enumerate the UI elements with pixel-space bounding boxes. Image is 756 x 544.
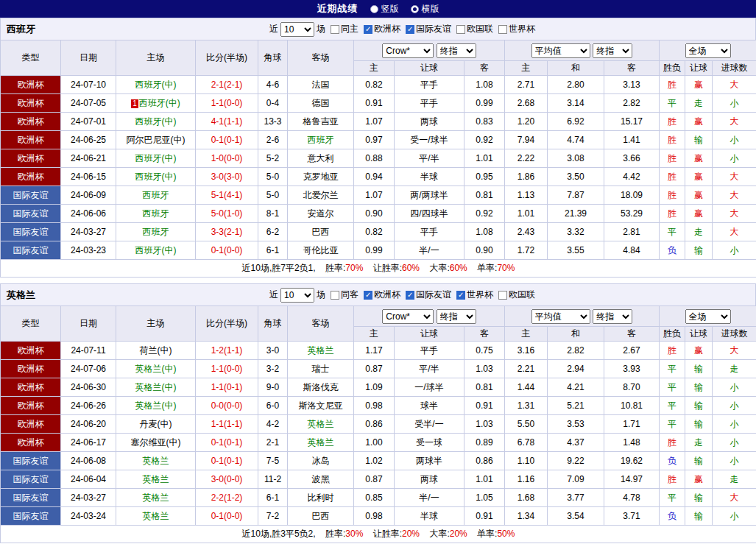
score[interactable]: 3-0(0-0) <box>196 470 258 489</box>
score[interactable]: 5-1(4-1) <box>196 186 258 205</box>
checkbox-icon[interactable] <box>406 25 414 34</box>
home-team[interactable]: 西班牙 <box>143 208 169 219</box>
home-team[interactable]: 西班牙(中) <box>135 245 177 255</box>
checkbox-label: 世界杯 <box>509 23 535 35</box>
home-team[interactable]: 英格兰(中) <box>135 400 177 411</box>
home-team[interactable]: 英格兰 <box>143 456 169 466</box>
away-team[interactable]: 安道尔 <box>308 208 334 219</box>
away-team[interactable]: 法国 <box>312 80 330 90</box>
home-team[interactable]: 西班牙(中) <box>139 98 180 108</box>
checkbox-icon[interactable] <box>498 291 507 300</box>
filter-checkbox-nations-league[interactable]: 欧国联 <box>498 289 535 301</box>
score[interactable]: 0-1(0-0) <box>196 507 258 526</box>
checkbox-icon[interactable] <box>406 291 414 300</box>
score[interactable]: 5-0(1-0) <box>196 205 258 223</box>
score[interactable]: 0-1(0-1) <box>196 131 258 149</box>
home-team[interactable]: 塞尔维亚(中) <box>131 437 181 448</box>
away-team[interactable]: 斯洛文尼亚 <box>299 400 343 411</box>
away-team[interactable]: 英格兰 <box>308 345 334 356</box>
score[interactable]: 2-2(1-2) <box>196 489 258 507</box>
recent-count-select[interactable]: 10 <box>280 288 314 303</box>
score[interactable]: 4-1(1-1) <box>196 113 258 131</box>
checkbox-icon[interactable] <box>331 25 339 34</box>
radio-icon[interactable] <box>411 5 419 13</box>
score[interactable]: 0-0(0-0) <box>196 397 258 415</box>
away-team[interactable]: 克罗地亚 <box>303 172 339 182</box>
filter-checkbox-same-home[interactable]: 同主 <box>331 23 358 35</box>
home-team[interactable]: 西班牙 <box>143 190 169 200</box>
filter-checkbox-euro[interactable]: 欧洲杯 <box>364 23 400 35</box>
average-select[interactable]: 平均值 <box>531 43 590 58</box>
home-team[interactable]: 荷兰(中) <box>140 345 172 356</box>
home-team[interactable]: 阿尔巴尼亚(中) <box>127 135 186 145</box>
checkbox-icon[interactable] <box>498 25 507 34</box>
score[interactable]: 3-0(3-0) <box>196 168 258 186</box>
away-team[interactable]: 巴西 <box>312 511 330 521</box>
final-index-select-2[interactable]: 终指 <box>593 309 632 324</box>
checkbox-icon[interactable] <box>364 291 372 300</box>
full-match-select[interactable]: 全场 <box>685 309 731 324</box>
away-team[interactable]: 意大利 <box>308 153 334 163</box>
filter-checkbox-world-cup[interactable]: 世界杯 <box>456 289 493 301</box>
result-cell: 胜 <box>660 186 685 205</box>
score[interactable]: 2-1(2-1) <box>196 76 258 94</box>
home-team[interactable]: 丹麦(中) <box>140 419 172 429</box>
layout-radio-vertical[interactable]: 竖版 <box>370 3 399 15</box>
filter-checkbox-friendly[interactable]: 国际友谊 <box>406 23 451 35</box>
score[interactable]: 3-3(2-1) <box>196 223 258 241</box>
filter-checkbox-same-away[interactable]: 同客 <box>331 289 358 301</box>
home-team[interactable]: 西班牙(中) <box>135 153 177 163</box>
score[interactable]: 0-1(0-0) <box>196 241 258 260</box>
away-team[interactable]: 格鲁吉亚 <box>303 116 339 127</box>
away-team[interactable]: 德国 <box>312 98 330 108</box>
recent-count-select[interactable]: 10 <box>280 22 314 37</box>
score[interactable]: 1-0(0-0) <box>196 149 258 168</box>
score[interactable]: 0-1(0-1) <box>196 452 258 470</box>
away-team[interactable]: 波黑 <box>312 474 330 484</box>
average-select[interactable]: 平均值 <box>531 309 590 324</box>
home-team[interactable]: 英格兰 <box>143 492 169 503</box>
score[interactable]: 1-1(0-0) <box>196 360 258 378</box>
score[interactable]: 1-1(1-1) <box>196 415 258 434</box>
home-team[interactable]: 英格兰 <box>143 474 169 484</box>
layout-radio-horizontal[interactable]: 横版 <box>411 3 439 15</box>
home-team[interactable]: 英格兰(中) <box>135 382 177 392</box>
away-team[interactable]: 英格兰 <box>308 419 334 429</box>
final-index-select[interactable]: 终指 <box>437 43 476 58</box>
score[interactable]: 1-1(0-0) <box>196 94 258 113</box>
score[interactable]: 1-2(1-1) <box>196 342 258 360</box>
checkbox-icon[interactable] <box>456 25 465 34</box>
home-team[interactable]: 西班牙(中) <box>135 80 177 90</box>
filter-checkbox-friendly[interactable]: 国际友谊 <box>406 289 451 301</box>
filter-checkbox-euro[interactable]: 欧洲杯 <box>364 289 400 301</box>
score[interactable]: 0-1(0-1) <box>196 434 258 452</box>
score[interactable]: 1-1(0-1) <box>196 378 258 397</box>
home-team[interactable]: 西班牙 <box>143 227 169 237</box>
away-team[interactable]: 冰岛 <box>312 456 330 466</box>
checkbox-icon[interactable] <box>364 25 372 34</box>
away-team[interactable]: 斯洛伐克 <box>303 382 339 392</box>
home-team[interactable]: 西班牙(中) <box>135 116 177 127</box>
home-team[interactable]: 西班牙(中) <box>135 172 177 182</box>
bookmaker-select[interactable]: Crow* <box>382 309 434 324</box>
checkbox-icon[interactable] <box>331 291 339 300</box>
away-team-cell: 北爱尔兰 <box>288 186 354 205</box>
games-label: 场 <box>317 289 325 301</box>
away-team[interactable]: 哥伦比亚 <box>303 245 339 255</box>
final-index-select-2[interactable]: 终指 <box>593 43 632 58</box>
home-team[interactable]: 英格兰(中) <box>135 364 177 374</box>
checkbox-icon[interactable] <box>456 291 465 300</box>
bookmaker-select[interactable]: Crow* <box>382 43 434 58</box>
away-team[interactable]: 巴西 <box>312 227 330 237</box>
away-team[interactable]: 北爱尔兰 <box>303 190 339 200</box>
final-index-select[interactable]: 终指 <box>437 309 476 324</box>
away-team[interactable]: 瑞士 <box>312 364 330 374</box>
radio-icon[interactable] <box>370 5 378 13</box>
full-match-select[interactable]: 全场 <box>685 43 731 58</box>
away-team[interactable]: 西班牙 <box>308 135 334 145</box>
away-team[interactable]: 英格兰 <box>308 437 334 448</box>
filter-checkbox-world-cup[interactable]: 世界杯 <box>498 23 535 35</box>
home-team[interactable]: 英格兰 <box>143 511 169 521</box>
filter-checkbox-nations-league[interactable]: 欧国联 <box>456 23 493 35</box>
away-team[interactable]: 比利时 <box>308 492 334 503</box>
